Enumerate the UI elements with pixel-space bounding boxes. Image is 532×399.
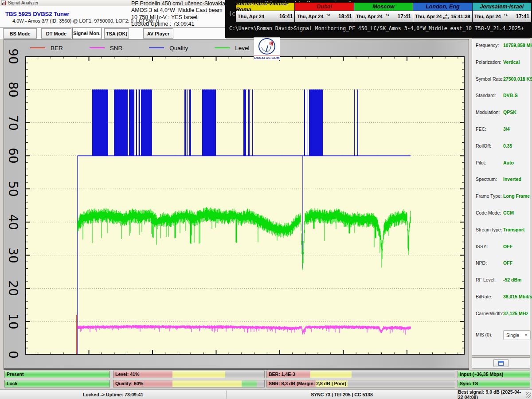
- param-label: Code Mode:: [476, 210, 501, 217]
- signal-plot: [25, 56, 465, 355]
- clock-time: 15:41:38: [451, 14, 470, 19]
- param-value: Long Frame: [503, 193, 530, 199]
- meter-segment-yellow: [172, 371, 225, 378]
- param-label: Standard:: [476, 93, 496, 100]
- tab-signal-mon-[interactable]: Signal Mon.: [72, 27, 102, 39]
- clock-city: Moscow: [354, 3, 413, 11]
- param-pilot-: Pilot:Auto: [476, 160, 528, 167]
- resize-grip[interactable]: [526, 392, 531, 398]
- chart-legend: BERSNRQualityLevel: [30, 43, 276, 53]
- tab-dt-mode[interactable]: DT Mode: [41, 28, 71, 39]
- mis-label: MIS (0):: [476, 332, 492, 337]
- info-line-antenna: PF Prodelin 450 cm/Lučenec-Slovakia: [131, 0, 226, 7]
- legend-item-level: Level: [215, 45, 249, 51]
- meter-quality: Quality: 60%: [113, 380, 265, 387]
- clock-time-row: Thu, Apr 24+117:41: [354, 11, 413, 22]
- tuner-name: TBS 5925 DVBS2 Tuner: [5, 11, 69, 17]
- clock-city: Jerusalem-Israel: [473, 3, 531, 11]
- param-label: Pilot:: [476, 160, 486, 167]
- y-axis-label-80: 80: [4, 80, 23, 99]
- window-icon: [498, 361, 504, 366]
- tab-av-player[interactable]: AV Player: [143, 28, 173, 39]
- tab-bs-mode[interactable]: BS Mode: [3, 28, 37, 39]
- mis-dropdown[interactable]: Single ▼: [503, 330, 531, 340]
- parameter-sidebar: Frequency:10759,858 MHzPolarization:Vert…: [472, 38, 530, 356]
- clock-time: 18:41: [338, 13, 352, 20]
- meter-sync-ts: Sync TS: [458, 380, 530, 387]
- param-frame-type-: Frame Type:Long Frame: [476, 193, 528, 200]
- clock-date: Thu, Apr 24: [297, 14, 323, 19]
- param-value: 0.35: [503, 143, 512, 149]
- param-label: Modulation:: [476, 110, 500, 117]
- legend-item-ber: BER: [30, 45, 63, 51]
- meter-label: BER: 1,4E-3: [269, 372, 295, 377]
- y-axis-label-50: 50: [4, 179, 23, 199]
- param-value: Vertical: [503, 59, 520, 65]
- mis-row: MIS (0): Single ▼: [476, 332, 528, 337]
- clock-moscow: MoscowThu, Apr 24+117:41: [354, 3, 413, 22]
- status-sync-counters: SYNC 73 | TEI 205 | CC 5138: [227, 390, 457, 399]
- legend-item-snr: SNR: [90, 45, 123, 51]
- y-axis-label-30: 30: [4, 246, 23, 265]
- param-label: CarrierWidth:: [476, 311, 503, 318]
- meter-snr: SNR: 8,3 dB (Margin: 2,8 dB | Poor): [266, 380, 455, 387]
- param-label: BitRate:: [476, 294, 492, 301]
- meter-ber: BER: 1,4E-3: [266, 371, 455, 378]
- info-line-satellite: AMOS 3 at 4,0°W_Middle East beam: [131, 7, 226, 14]
- meter-segment-yellow: [310, 371, 352, 378]
- param-value: OFF: [503, 244, 512, 249]
- antenna-info-block: PF Prodelin 450 cm/Lučenec-Slovakia AMOS…: [131, 0, 226, 27]
- y-axis-label-10: 10: [4, 312, 23, 331]
- meter-label: Quality: 60%: [115, 381, 143, 386]
- legend-label: Quality: [169, 45, 188, 51]
- meter-input-36-35-mbps-: Input (~36,35 Mbps): [458, 371, 530, 378]
- window-tool-button[interactable]: [493, 359, 509, 367]
- clock-date: Thu, Apr 24: [356, 14, 383, 19]
- param-npd-: NPD:OFF: [476, 260, 528, 267]
- plot-svg: [25, 56, 465, 355]
- param-stream-type-: Stream type:Transport: [476, 227, 528, 234]
- clock-city: Dubai: [295, 3, 353, 11]
- clock-time-row: Thu, Apr 24+218:41: [295, 11, 353, 22]
- clock-date: Thu, Apr 24: [474, 14, 501, 19]
- clock-time-row: Thu, Apr 24-1DST15:41:38: [413, 11, 472, 22]
- chevron-down-icon: ▼: [524, 333, 528, 337]
- meter-label: Lock: [7, 381, 18, 386]
- clock-dst: -1DST: [443, 13, 449, 20]
- param-label: Frame Type:: [476, 193, 502, 200]
- param-label: RollOff:: [476, 143, 491, 150]
- param-label: Spectrum:: [476, 176, 497, 184]
- param-rolloff-: RollOff:0.35: [476, 143, 528, 150]
- clock-city: Berlin-Paris-Vienna-Roma: [236, 3, 294, 11]
- legend-label: SNR: [110, 45, 123, 51]
- meter-segment-track: [257, 380, 264, 387]
- meter-label: Sync TS: [460, 381, 478, 386]
- legend-item-quality: Quality: [149, 45, 188, 51]
- info-line-uptime: Locked Uptime : 73:09:41: [131, 21, 226, 27]
- mis-value: Single: [506, 332, 519, 338]
- param-value: Transport: [503, 227, 524, 232]
- console-command-line: C:\Users\Roman Dávid>Signal Monitoring_P…: [229, 25, 524, 31]
- param-label: Frequency:: [476, 43, 499, 50]
- param-rf-level-: RF Level:-52 dBm: [476, 277, 528, 284]
- param-bitrate-: BitRate:38,015 Mbit/s: [476, 294, 528, 301]
- world-clocks: Berlin-Paris-Vienna-RomaThu, Apr 2416:41…: [235, 2, 532, 22]
- clock-berlin-paris-vienna-roma: Berlin-Paris-Vienna-RomaThu, Apr 2416:41: [236, 3, 294, 22]
- meter-segment-track: [348, 380, 455, 387]
- sidebar-footer-panel: [472, 357, 530, 369]
- clock-city: London, Eng: [413, 3, 472, 11]
- param-value: -52 dBm: [503, 277, 521, 282]
- status-bar: Locked -> Uptime: 73:09:41 SYNC 73 | TEI…: [0, 389, 532, 399]
- meter-label: Present: [7, 372, 24, 377]
- satellite-dish-icon: [258, 38, 275, 55]
- legend-line-swatch: [30, 47, 45, 48]
- param-fec-: FEC:3/4: [476, 126, 528, 133]
- param-issyi: ISSYIOFF: [476, 244, 528, 251]
- dxsatcs-logo: DXSATCS.COM: [254, 37, 280, 60]
- y-axis-label-0: 0: [4, 345, 23, 364]
- y-axis-label-90: 90: [4, 47, 23, 66]
- y-axis-label-70: 70: [4, 113, 23, 133]
- param-value: Auto: [503, 160, 514, 165]
- tab-tsa-ok-[interactable]: TSA (OK): [104, 28, 129, 39]
- clock-jerusalem-israel: Jerusalem-IsraelThu, Apr 24+117:41: [473, 3, 531, 22]
